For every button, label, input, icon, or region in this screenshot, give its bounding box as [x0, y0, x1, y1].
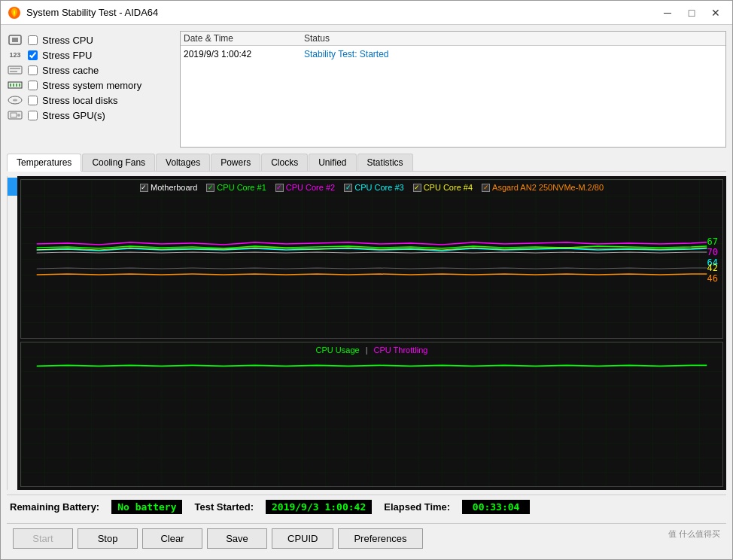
legend-core1[interactable]: CPU Core #1	[206, 183, 266, 192]
svg-rect-17	[21, 180, 722, 338]
main-content: Stress CPU 123 Stress FPU Stress cache	[1, 25, 732, 559]
tab-cooling-fans[interactable]: Cooling Fans	[82, 154, 155, 171]
legend-core4[interactable]: CPU Core #4	[413, 183, 473, 192]
charts-column: Motherboard CPU Core #1 CPU Core #2	[17, 176, 726, 490]
stress-cpu-checkbox[interactable]	[28, 35, 38, 45]
temp-chart-svg	[21, 180, 722, 338]
main-window: System Stability Test - AIDA64 ─ □ ✕ Str…	[0, 0, 733, 560]
clear-button[interactable]: Clear	[142, 528, 202, 549]
stress-options: Stress CPU 123 Stress FPU Stress cache	[7, 31, 172, 148]
elapsed-time-label: Elapsed Time:	[384, 501, 450, 513]
svg-rect-8	[13, 84, 14, 87]
svg-rect-10	[19, 84, 20, 87]
gpu-icon	[7, 109, 23, 121]
usage-chart-svg	[21, 342, 722, 486]
stress-disks-checkbox[interactable]	[28, 96, 38, 105]
maximize-button[interactable]: □	[681, 5, 702, 21]
app-icon	[7, 5, 22, 20]
legend-motherboard[interactable]: Motherboard	[140, 183, 197, 192]
stress-gpu-checkbox[interactable]	[28, 111, 38, 120]
stress-disks-item: Stress local disks	[7, 94, 172, 106]
title-bar: System Stability Test - AIDA64 ─ □ ✕	[1, 1, 732, 25]
val-42: 42	[707, 263, 718, 273]
legend-asgard-label: Asgard AN2 250NVMe-M.2/80	[492, 183, 604, 192]
preferences-button[interactable]: Preferences	[338, 528, 422, 549]
watermark-text: 值 什么值得买	[668, 528, 720, 549]
val-46: 46	[707, 273, 718, 284]
log-table-body: 2019/9/3 1:00:42 Stability Test: Started	[181, 46, 725, 62]
cpu-usage-chart: CPU Usage | CPU Throttling 100% 0% 100% …	[20, 342, 723, 487]
legend-core3[interactable]: CPU Core #3	[344, 183, 403, 192]
top-section: Stress CPU 123 Stress FPU Stress cache	[7, 31, 726, 148]
legend-cpu-throttling: CPU Throttling	[374, 345, 428, 355]
scroll-track[interactable]	[7, 176, 17, 490]
svg-rect-4	[10, 68, 20, 69]
svg-rect-3	[8, 66, 22, 74]
close-button[interactable]: ✕	[705, 5, 726, 21]
svg-rect-19	[21, 342, 722, 486]
memory-icon	[7, 79, 23, 91]
tab-statistics[interactable]: Statistics	[357, 154, 413, 171]
log-status-header: Status	[304, 33, 722, 44]
legend-core2[interactable]: CPU Core #2	[275, 183, 335, 192]
temp-chart-legend: Motherboard CPU Core #1 CPU Core #2	[21, 183, 722, 192]
spacer	[427, 528, 664, 549]
usage-legend: CPU Usage | CPU Throttling	[21, 345, 722, 355]
disks-icon	[7, 94, 23, 106]
tabs-bar: Temperatures Cooling Fans Voltages Power…	[7, 152, 726, 172]
legend-motherboard-label: Motherboard	[151, 183, 197, 192]
temperature-chart: Motherboard CPU Core #1 CPU Core #2	[20, 179, 723, 339]
scroll-thumb[interactable]	[8, 178, 17, 196]
stress-cache-checkbox[interactable]	[28, 65, 38, 75]
log-status-cell: Stability Test: Started	[304, 49, 722, 59]
test-started-value: 2019/9/3 1:00:42	[266, 500, 372, 514]
svg-rect-7	[10, 84, 11, 87]
minimize-button[interactable]: ─	[657, 5, 678, 21]
remaining-battery-label: Remaining Battery:	[10, 501, 99, 513]
elapsed-time-value: 00:33:04	[462, 500, 530, 514]
stress-fpu-label: Stress FPU	[42, 50, 92, 61]
bottom-info-bar: Remaining Battery: No battery Test Start…	[7, 495, 726, 519]
svg-rect-2	[12, 38, 18, 42]
tab-unified[interactable]: Unified	[309, 154, 356, 171]
tab-voltages[interactable]: Voltages	[156, 154, 210, 171]
tab-content: Motherboard CPU Core #1 CPU Core #2	[7, 176, 726, 490]
legend-asgard-check	[482, 184, 490, 192]
legend-core1-label: CPU Core #1	[217, 183, 266, 192]
legend-asgard[interactable]: Asgard AN2 250NVMe-M.2/80	[482, 183, 604, 192]
stress-cpu-label: Stress CPU	[42, 35, 93, 46]
cpuid-button[interactable]: CPUID	[272, 528, 333, 549]
stress-cache-label: Stress cache	[42, 65, 99, 76]
legend-core2-check	[275, 184, 284, 192]
legend-core4-check	[413, 184, 421, 192]
action-bar: Start Stop Clear Save CPUID Preferences …	[7, 523, 726, 553]
stress-memory-checkbox[interactable]	[28, 81, 38, 90]
fpu-icon: 123	[7, 49, 23, 61]
legend-core4-label: CPU Core #4	[424, 183, 473, 192]
scrollbar-area: Motherboard CPU Core #1 CPU Core #2	[7, 176, 726, 490]
window-title: System Stability Test - AIDA64	[26, 7, 657, 18]
log-table-header: Date & Time Status	[181, 32, 725, 46]
temp-right-values-2: 42 46	[707, 263, 718, 284]
tab-powers[interactable]: Powers	[211, 154, 260, 171]
table-row: 2019/9/3 1:00:42 Stability Test: Started	[184, 47, 722, 61]
legend-core1-check	[206, 184, 214, 192]
svg-rect-5	[10, 71, 17, 72]
stress-cpu-item: Stress CPU	[7, 34, 172, 46]
remaining-battery-value: No battery	[111, 500, 182, 514]
stress-fpu-checkbox[interactable]	[28, 50, 38, 60]
test-started-label: Test Started:	[194, 501, 254, 513]
val-67: 67	[707, 236, 718, 247]
log-table: Date & Time Status 2019/9/3 1:00:42 Stab…	[180, 31, 726, 148]
save-button[interactable]: Save	[207, 528, 267, 549]
stop-button[interactable]: Stop	[78, 528, 138, 549]
svg-point-15	[17, 114, 20, 117]
legend-motherboard-check	[140, 184, 148, 192]
val-70: 70	[707, 247, 718, 257]
tab-temperatures[interactable]: Temperatures	[7, 154, 81, 172]
tab-clocks[interactable]: Clocks	[261, 154, 308, 171]
legend-core3-check	[344, 184, 352, 192]
start-button[interactable]: Start	[13, 528, 73, 549]
stress-memory-label: Stress system memory	[42, 80, 141, 91]
legend-core2-label: CPU Core #2	[286, 183, 335, 192]
